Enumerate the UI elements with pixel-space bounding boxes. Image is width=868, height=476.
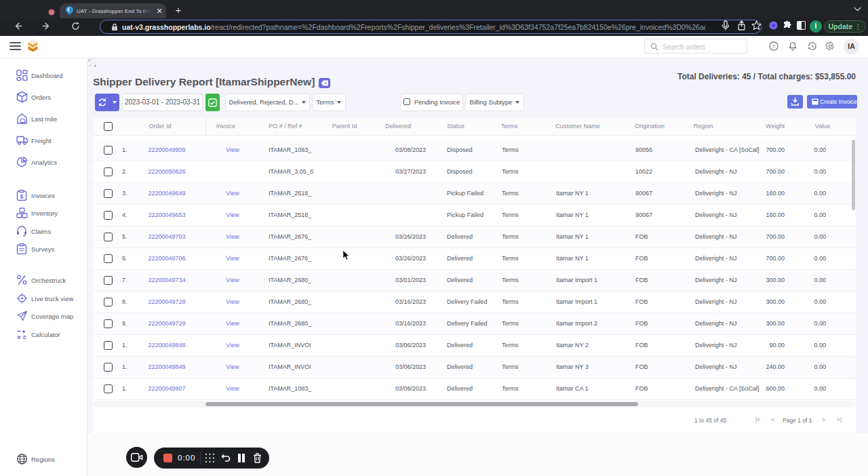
svg-text:?: ? — [772, 43, 776, 49]
svg-text:$: $ — [20, 193, 23, 200]
